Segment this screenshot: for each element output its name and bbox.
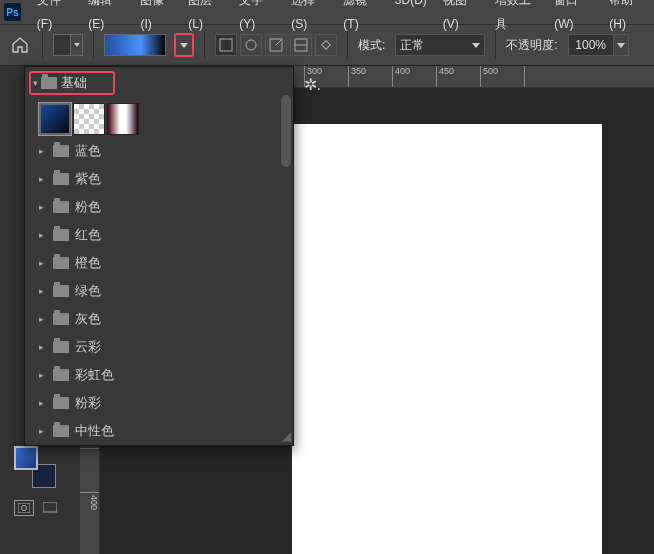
preset-folder[interactable]: ▸橙色 [25,249,293,277]
chevron-right-icon: ▸ [39,426,47,436]
ps-logo: Ps [4,3,21,21]
foreground-swatch[interactable] [53,34,83,56]
folder-label: 云彩 [75,338,101,356]
gradient-presets [25,99,293,135]
document-canvas[interactable] [292,124,602,554]
folder-label: 灰色 [75,310,101,328]
folder-label: 蓝色 [75,142,101,160]
folder-icon [53,313,69,325]
chevron-right-icon: ▸ [39,314,47,324]
menu-item[interactable]: 帮助(H) [601,0,654,36]
gradient-picker-popup: ✲. ▾ 基础 ▸蓝色▸紫色▸粉色▸红色▸橙色▸绿色▸灰色▸云彩▸彩虹色▸粉彩▸… [24,66,294,446]
preset-folders-list: ▸蓝色▸紫色▸粉色▸红色▸橙色▸绿色▸灰色▸云彩▸彩虹色▸粉彩▸中性色 [25,135,293,447]
svg-rect-8 [18,503,30,513]
folder-icon [53,397,69,409]
gradient-dropdown-button[interactable] [174,33,194,57]
screenmode-icon[interactable] [40,500,60,516]
chevron-right-icon: ▸ [39,286,47,296]
svg-rect-10 [43,502,57,512]
preset-folder[interactable]: ▸紫色 [25,165,293,193]
gradient-reflected-button[interactable] [290,34,312,56]
foreground-color-chip[interactable] [14,446,38,470]
chevron-right-icon: ▸ [39,202,47,212]
preset-folder[interactable]: ▸粉彩 [25,389,293,417]
folder-icon [53,285,69,297]
menu-item[interactable]: 文件(F) [29,0,80,36]
home-icon[interactable] [8,33,32,57]
preset-group-label: 基础 [61,74,87,92]
folder-icon [53,229,69,241]
menu-item[interactable]: 选择(S) [283,0,335,36]
chevron-down-icon: ▾ [33,78,41,88]
preset-folder[interactable]: ▸粉色 [25,193,293,221]
folder-label: 红色 [75,226,101,244]
preset-folder[interactable]: ▸云彩 [25,333,293,361]
menu-item[interactable]: 文字(Y) [231,0,283,36]
menu-item[interactable]: 图层(L) [180,0,231,36]
preset-folder[interactable]: ▸彩虹色 [25,361,293,389]
resize-grip-icon[interactable]: ◢ [282,429,291,443]
chevron-down-icon[interactable] [70,35,82,55]
chevron-right-icon: ▸ [39,370,47,380]
opacity-label: 不透明度: [506,37,557,54]
folder-label: 中性色 [75,422,114,440]
svg-rect-1 [220,39,232,51]
folder-icon [41,77,57,89]
mode-select[interactable]: 正常 [395,34,485,56]
quickmask-icon[interactable] [14,500,34,516]
svg-point-9 [22,506,27,511]
folder-icon [53,341,69,353]
preset-folder[interactable]: ▸灰色 [25,305,293,333]
folder-icon [53,257,69,269]
gradient-diamond-button[interactable] [315,34,337,56]
chevron-right-icon: ▸ [39,342,47,352]
folder-label: 彩虹色 [75,366,114,384]
folder-icon [53,145,69,157]
svg-point-2 [246,40,256,50]
preset-folder[interactable]: ▸红色 [25,221,293,249]
folder-icon [53,173,69,185]
chevron-right-icon: ▸ [39,146,47,156]
gradient-preset-1[interactable] [39,103,71,135]
folder-label: 紫色 [75,170,101,188]
mode-label: 模式: [358,37,385,54]
gradient-radial-button[interactable] [240,34,262,56]
preset-folder[interactable]: ▸绿色 [25,277,293,305]
menu-item[interactable]: 窗口(W) [546,0,601,36]
mode-value: 正常 [400,37,424,54]
scrollbar-thumb[interactable] [281,95,291,167]
scrollbar[interactable] [279,95,293,421]
menu-item[interactable]: 视图(V) [435,0,487,36]
folder-icon [53,425,69,437]
folder-label: 绿色 [75,282,101,300]
preset-folder[interactable]: ▸中性色 [25,417,293,445]
svg-rect-0 [220,39,232,51]
chevron-right-icon: ▸ [39,230,47,240]
chevron-right-icon: ▸ [39,258,47,268]
menu-item[interactable]: 滤镜(T) [335,0,386,36]
folder-icon [53,201,69,213]
folder-label: 粉彩 [75,394,101,412]
opacity-dropdown[interactable] [613,34,629,56]
folder-label: 粉色 [75,198,101,216]
svg-line-4 [276,40,281,45]
opacity-input[interactable]: 100% [568,34,614,56]
menu-item[interactable]: 图像(I) [132,0,180,36]
preset-group-basics[interactable]: ▾ 基础 [29,71,115,95]
preset-folder[interactable]: ▸蓝色 [25,137,293,165]
menubar: Ps 文件(F)编辑(E)图像(I)图层(L)文字(Y)选择(S)滤镜(T)3D… [0,0,654,24]
gear-icon[interactable]: ✲. [304,75,321,94]
gradient-linear-button[interactable] [215,34,237,56]
gradient-angle-button[interactable] [265,34,287,56]
chevron-right-icon: ▸ [39,174,47,184]
svg-rect-7 [322,41,330,49]
menu-item[interactable]: 编辑(E) [80,0,132,36]
menu-item[interactable]: 3D(D) [387,0,435,36]
folder-label: 橙色 [75,254,101,272]
gradient-preset-3[interactable] [107,103,139,135]
folder-icon [53,369,69,381]
chevron-right-icon: ▸ [39,398,47,408]
gradient-preset-2[interactable] [73,103,105,135]
gradient-preview[interactable] [104,34,166,56]
